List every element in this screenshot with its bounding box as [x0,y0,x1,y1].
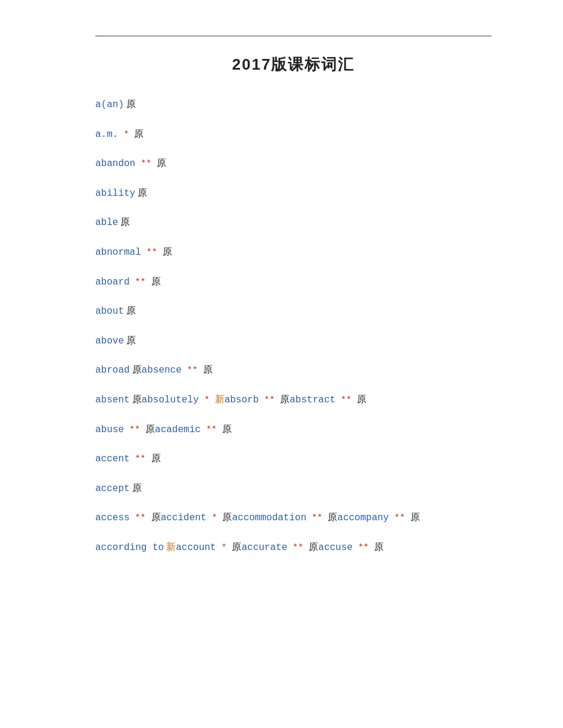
word-chinese: 原 [151,276,161,286]
word-star: ** [130,513,151,523]
word-english: abuse [95,424,124,435]
word-chinese: 原 [203,364,213,374]
word-entry: able 原 [95,214,492,231]
word-chinese: 原 [374,542,384,552]
word-star: ** [201,425,222,435]
word-entry: abroad 原absence ** 原 [95,362,492,379]
word-english: accurate [241,542,287,553]
word-english: account [176,542,216,553]
page-container: 2017版课标词汇 a(an) 原a.m. * 原abandon ** 原abi… [0,0,563,728]
word-chinese: 原 [232,542,241,552]
word-english: absolutely [142,395,199,405]
word-star: ** [182,365,203,376]
word-chinese: 原 [151,512,161,522]
top-divider [95,36,492,36]
page-title: 2017版课标词汇 [95,54,492,75]
word-chinese: 原 [357,394,366,404]
word-star: ** [259,395,280,405]
word-english: accompany [337,513,388,523]
word-entry: absent 原absolutely * 新absorb ** 原abstrac… [95,392,492,408]
word-entry: a(an) 原 [95,96,492,113]
word-english: aboard [95,277,130,288]
word-chinese: 原 [157,158,166,168]
word-english: abnormal [95,247,141,258]
word-english: ability [95,188,135,199]
word-star: ** [130,454,151,464]
word-star: ** [306,513,328,523]
word-star: ** [335,395,357,405]
word-chinese: 原 [132,364,142,374]
word-english: academic [155,424,201,435]
word-english: abandon [95,158,135,169]
word-chinese: 原 [132,483,142,493]
word-star: * [118,130,134,140]
word-star: ** [135,159,157,169]
word-entry: abandon ** 原 [95,155,492,172]
word-entry: abnormal ** 原 [95,244,492,261]
word-chinese: 原 [138,188,147,198]
word-english: access [95,513,130,523]
word-chinese: 原 [126,335,136,345]
word-english: absorb [225,395,259,405]
word-entry: access ** 原accident * 原accommodation ** … [95,510,492,526]
word-english: absence [142,365,182,376]
word-entry: abuse ** 原academic ** 原 [95,421,492,438]
word-star: ** [141,248,163,258]
word-chinese: 原 [134,129,144,139]
word-new-label: 新 [166,542,176,552]
word-english: a.m. [95,129,118,140]
word-chinese: 原 [222,424,232,434]
word-star: ** [124,425,145,435]
word-english: according to [95,542,164,553]
word-english: above [95,336,124,346]
word-entry: about 原 [95,303,492,320]
entries-container: a(an) 原a.m. * 原abandon ** 原ability 原able… [95,96,492,556]
word-chinese: 原 [410,512,420,522]
word-star: * [206,513,222,523]
word-english: about [95,306,124,317]
word-entry: accent ** 原 [95,451,492,467]
word-english: accent [95,454,130,464]
word-english: accept [95,483,130,494]
word-star: * [216,543,232,553]
word-english: absent [95,395,130,405]
word-star: ** [287,543,309,553]
word-chinese: 原 [280,394,290,404]
word-star: ** [389,513,410,523]
word-english: abstract [290,395,335,405]
word-english: abroad [95,365,130,376]
word-entry: a.m. * 原 [95,126,492,143]
word-chinese: 原 [126,99,136,109]
word-star: ** [353,543,374,553]
word-english: a(an) [95,99,124,110]
word-entry: ability 原 [95,185,492,202]
word-chinese: 原 [309,542,318,552]
word-english: accuse [318,542,353,553]
word-chinese: 原 [145,424,155,434]
word-english: able [95,217,118,228]
word-chinese: 原 [163,246,172,257]
word-chinese: 原 [126,305,136,315]
word-chinese: 原 [222,512,232,522]
word-chinese: 原 [151,453,161,463]
word-star: * [199,395,215,405]
word-new-label: 新 [215,394,225,404]
word-english: accommodation [232,513,306,523]
word-star: ** [130,277,151,288]
word-chinese: 原 [328,512,337,522]
word-entry: aboard ** 原 [95,274,492,290]
word-entry: according to 新account * 原accurate ** 原ac… [95,539,492,556]
word-entry: accept 原 [95,480,492,497]
word-english: accident [161,513,207,523]
word-chinese: 原 [120,217,130,227]
word-entry: above 原 [95,333,492,349]
word-chinese: 原 [132,394,142,404]
